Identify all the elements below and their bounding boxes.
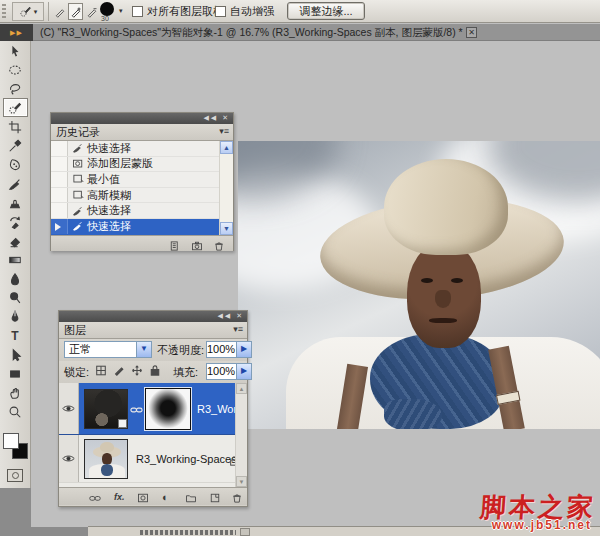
history-source-checkbox[interactable] xyxy=(51,157,68,172)
layer-visibility-toggle[interactable] xyxy=(59,383,79,434)
marquee-tool[interactable] xyxy=(3,60,28,79)
crop-tool[interactable] xyxy=(3,117,28,136)
new-group-icon[interactable] xyxy=(185,490,197,508)
spot-healing-tool[interactable] xyxy=(3,155,28,174)
layer-style-icon[interactable]: fx. xyxy=(114,492,125,502)
brush-tool[interactable] xyxy=(3,174,28,193)
scroll-down-button[interactable]: ▼ xyxy=(236,476,247,487)
clone-stamp-tool[interactable] xyxy=(3,193,28,212)
quick-selection-preset-button[interactable]: ▾ xyxy=(12,2,44,21)
canvas-image[interactable] xyxy=(238,141,600,429)
lock-pixels-icon[interactable] xyxy=(113,364,125,377)
slider-arrow-icon[interactable]: ▶ xyxy=(236,342,251,357)
layer-row-selected[interactable]: R3_Wor... xyxy=(59,383,247,435)
history-item[interactable]: 快速选择 xyxy=(51,141,233,157)
adjustment-layer-icon[interactable]: ◐ xyxy=(162,491,169,503)
delete-layer-icon[interactable] xyxy=(231,490,243,508)
subtract-from-selection-mode-button[interactable] xyxy=(84,3,99,20)
dock-collapse-button[interactable]: ▶▶ xyxy=(0,24,33,41)
history-panel-header[interactable]: ◀◀ ✕ xyxy=(51,113,233,124)
zoom-tool[interactable] xyxy=(3,402,28,421)
layer-name[interactable]: R3_Working-Spaces xyxy=(136,453,237,465)
options-bar-grip[interactable] xyxy=(2,4,6,19)
panel-collapse-icon[interactable]: ◀◀ xyxy=(217,312,232,319)
history-brush-tool[interactable] xyxy=(3,212,28,231)
history-scrollbar[interactable]: ▲ ▼ xyxy=(219,141,233,235)
sample-all-layers-checkbox[interactable]: 对所有图层取样 xyxy=(132,4,224,19)
quick-selection-tool[interactable] xyxy=(3,98,28,117)
fill-field[interactable]: 100% ▶ xyxy=(206,363,252,380)
new-layer-icon[interactable] xyxy=(209,490,221,508)
blur-tool[interactable] xyxy=(3,269,28,288)
lasso-tool[interactable] xyxy=(3,79,28,98)
toolbox: T xyxy=(0,41,31,488)
layer-visibility-toggle[interactable] xyxy=(59,435,79,482)
quick-select-icon xyxy=(68,220,87,232)
history-state-marker[interactable] xyxy=(55,223,61,231)
quick-mask-button[interactable] xyxy=(7,469,23,482)
panel-close-icon[interactable]: ✕ xyxy=(222,114,230,121)
eyedropper-tool[interactable] xyxy=(3,136,28,155)
auto-enhance-checkbox[interactable]: 自动增强 xyxy=(215,4,274,19)
path-selection-tool[interactable] xyxy=(3,345,28,364)
history-source-checkbox[interactable] xyxy=(51,188,68,203)
blend-mode-select[interactable]: 正常 ▼ xyxy=(64,341,152,358)
new-snapshot-icon[interactable] xyxy=(191,238,203,256)
document-close-button[interactable]: ✕ xyxy=(466,27,477,38)
hand-tool[interactable] xyxy=(3,383,28,402)
brush-size-preview[interactable] xyxy=(100,2,114,16)
history-source-checkbox[interactable] xyxy=(51,141,68,156)
slider-arrow-icon[interactable]: ▶ xyxy=(236,364,251,379)
link-layers-icon[interactable] xyxy=(89,490,101,508)
history-item[interactable]: 快速选择 xyxy=(51,203,233,219)
history-source-checkbox[interactable] xyxy=(51,219,68,234)
layers-panel-header[interactable]: ◀◀ ✕ xyxy=(59,311,247,322)
move-tool[interactable] xyxy=(3,41,28,60)
gradient-tool[interactable] xyxy=(3,250,28,269)
history-source-checkbox[interactable] xyxy=(51,203,68,218)
refine-edge-button[interactable]: 调整边缘... xyxy=(287,2,365,20)
pen-tool[interactable] xyxy=(3,307,28,326)
panel-collapse-icon[interactable]: ◀◀ xyxy=(203,114,218,121)
foreground-color-swatch[interactable] xyxy=(3,433,19,449)
mask-link-icon[interactable] xyxy=(130,400,143,418)
new-selection-mode-button[interactable] xyxy=(52,3,67,20)
type-tool[interactable]: T xyxy=(3,326,28,345)
lock-position-icon[interactable] xyxy=(131,364,143,377)
add-mask-icon[interactable] xyxy=(137,490,149,508)
eraser-tool[interactable] xyxy=(3,231,28,250)
tab-history[interactable]: 历史记录 xyxy=(56,125,100,140)
history-item-label: 添加图层蒙版 xyxy=(87,156,153,171)
history-item[interactable]: 最小值 xyxy=(51,172,233,188)
status-bar-button[interactable] xyxy=(240,528,250,536)
opacity-field[interactable]: 100% ▶ xyxy=(206,341,252,358)
history-source-checkbox[interactable] xyxy=(51,172,68,187)
layers-scrollbar[interactable]: ▲ ▼ xyxy=(235,383,247,487)
history-item[interactable]: 高斯模糊 xyxy=(51,188,233,204)
chevron-down-icon[interactable]: ▼ xyxy=(136,342,151,357)
scroll-down-button[interactable]: ▼ xyxy=(220,222,233,235)
layer-thumbnail[interactable] xyxy=(84,389,128,429)
tab-layers[interactable]: 图层 xyxy=(64,323,86,338)
new-document-from-state-icon[interactable] xyxy=(169,238,181,256)
layer-thumbnail[interactable] xyxy=(84,439,128,479)
checkbox-icon[interactable] xyxy=(132,6,143,17)
panel-menu-icon[interactable]: ▾≡ xyxy=(233,324,243,334)
scroll-up-button[interactable]: ▲ xyxy=(220,141,233,154)
shape-tool[interactable] xyxy=(3,364,28,383)
history-item[interactable]: 添加图层蒙版 xyxy=(51,157,233,173)
history-item-selected[interactable]: 快速选择 xyxy=(51,219,233,235)
lock-transparency-icon[interactable] xyxy=(95,364,107,377)
add-to-selection-mode-button[interactable] xyxy=(68,3,83,20)
layer-row[interactable]: R3_Working-Spaces xyxy=(59,435,247,483)
scroll-up-button[interactable]: ▲ xyxy=(236,383,247,394)
dodge-tool[interactable] xyxy=(3,288,28,307)
brush-picker-arrow-icon[interactable]: ▾ xyxy=(119,7,123,15)
layer-mask-thumbnail[interactable] xyxy=(145,388,191,430)
lock-all-icon[interactable] xyxy=(149,364,161,377)
panel-close-icon[interactable]: ✕ xyxy=(236,312,244,319)
checkbox-icon[interactable] xyxy=(215,6,226,17)
delete-state-icon[interactable] xyxy=(213,238,225,256)
panel-menu-icon[interactable]: ▾≡ xyxy=(219,126,229,136)
brush-minus-icon xyxy=(86,6,98,18)
